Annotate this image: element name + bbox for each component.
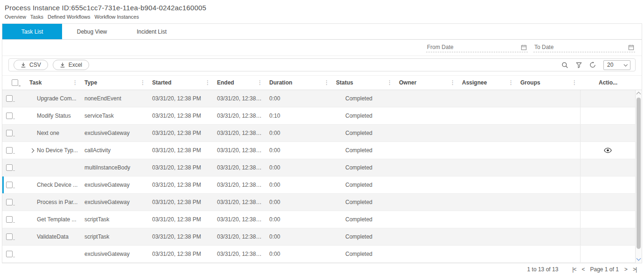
row-checkbox[interactable] [6,251,13,257]
column-header-duration: Duration ⋮ [266,76,332,90]
column-menu-icon[interactable]: ⋮ [572,79,577,86]
table-row[interactable]: Get Template ... scriptTask 03/31/20, 12… [2,211,635,228]
row-checkbox[interactable] [6,216,13,223]
column-header-label[interactable]: Assignee [462,79,487,86]
task-cell [26,253,81,256]
table-row[interactable]: Modify Status serviceTask 03/31/20, 12:3… [2,107,635,125]
from-date-placeholder: From Date [427,44,454,50]
column-menu-icon[interactable]: ⋮ [140,79,146,86]
scroll-down-icon[interactable] [637,256,641,261]
select-all-cell [2,76,26,90]
page-size-select[interactable]: 20 [603,60,630,70]
column-menu-icon[interactable]: ⋮ [450,79,455,86]
column-header-label[interactable]: Ended [217,79,234,86]
task-name: ValidateData [37,233,69,240]
ended-cell: 03/31/20, 12:38 PM [213,147,266,154]
column-menu-icon[interactable]: ⋮ [508,79,514,86]
column-header-label[interactable]: Duration [269,79,292,86]
started-cell: 03/31/20, 12:38 PM [148,233,213,240]
refresh-icon[interactable] [589,62,596,68]
scrollbar-thumb[interactable] [637,98,641,249]
checkbox-mark [13,219,15,223]
table-row[interactable]: multiInstanceBody 03/31/20, 12:38 PM 03/… [2,159,635,176]
type-cell: scriptTask [81,216,148,223]
started-cell: 03/31/20, 12:38 PM [148,113,213,119]
ended-cell: 03/31/20, 12:38 PM [213,199,266,205]
table-row[interactable]: Upgrade Com... noneEndEvent 03/31/20, 12… [2,90,635,107]
tab-incident-list[interactable]: Incident List [122,24,182,39]
nav-item-defined-workflows[interactable]: Defined Workflows [48,14,91,20]
started-cell: 03/31/20, 12:38 PM [148,95,213,102]
first-page-button[interactable]: |< [572,266,576,273]
select-all-checkbox[interactable] [12,79,18,86]
prev-page-button[interactable]: < [581,266,584,273]
nav-item-workflow-instances[interactable]: Workflow Instances [94,14,139,20]
table-row[interactable]: Check Device ... exclusiveGateway 03/31/… [2,176,635,194]
column-menu-icon[interactable]: ⋮ [387,79,392,86]
calendar-icon[interactable] [521,44,527,50]
excel-export-button[interactable]: Excel [53,60,89,70]
column-menu-icon[interactable]: ⋮ [257,79,263,86]
csv-export-button[interactable]: CSV [14,60,48,70]
last-page-button[interactable]: >| [633,266,637,273]
status-cell: Completed [332,147,395,154]
actions-cell [580,159,635,176]
column-header-label[interactable]: Task [29,79,42,86]
row-checkbox[interactable] [6,113,13,119]
expand-chevron-icon[interactable] [30,148,35,153]
ended-cell: 03/31/20, 12:38 PM [213,182,266,188]
excel-button-label: Excel [69,62,82,68]
download-icon [21,62,26,68]
column-header-label[interactable]: Type [84,79,97,86]
row-checkbox[interactable] [6,95,13,102]
ended-cell: 03/31/20, 12:38 PM [213,113,266,119]
column-header-label[interactable]: Started [152,79,171,86]
task-name: Upgrade Com... [37,95,77,102]
table-row[interactable]: Process in Par... exclusiveGateway 03/31… [2,194,635,211]
column-menu-icon[interactable]: ⋮ [324,79,329,86]
tab-debug-view[interactable]: Debug View [62,24,122,39]
tab-task-list[interactable]: Task List [2,24,62,39]
column-header-label[interactable]: Status [336,79,353,86]
table-row[interactable]: ValidateData scriptTask 03/31/20, 12:38 … [2,228,635,246]
to-date-input[interactable]: To Date [533,43,635,52]
status-cell: Completed [332,164,395,171]
view-details-eye-icon[interactable] [604,148,612,153]
row-checkbox[interactable] [6,130,13,136]
table-row[interactable]: exclusiveGateway 03/31/20, 12:38 PM 03/3… [2,246,635,263]
column-header-label[interactable]: Groups [520,79,540,86]
filter-funnel-icon[interactable] [576,62,582,68]
pager: |< < Page 1 of 1 > >| [572,266,637,273]
row-checkbox[interactable] [6,199,13,205]
table-row[interactable]: No Device Typ... callActivity 03/31/20, … [2,142,635,159]
ended-cell: 03/31/20, 12:38 PM [213,233,266,240]
nav-item-tasks[interactable]: Tasks [30,14,43,20]
scroll-up-icon[interactable] [637,92,641,97]
next-page-button[interactable]: > [624,266,627,273]
task-name: Check Device ... [37,182,77,188]
from-date-input[interactable]: From Date [426,43,528,52]
actions-cell [580,246,635,262]
column-header-label[interactable]: Actio... [599,79,617,86]
export-buttons: CSV Excel [14,60,89,70]
column-menu-icon[interactable]: ⋮ [72,79,78,86]
row-select-cell [2,164,26,171]
table-row[interactable]: Next one exclusiveGateway 03/31/20, 12:3… [2,125,635,142]
ended-cell: 03/31/20, 12:38 PM [213,251,266,257]
column-header-label[interactable]: Owner [399,79,416,86]
checkbox-mark [13,150,15,154]
row-checkbox[interactable] [6,147,13,154]
duration-cell: 0:00 [266,164,332,171]
nav-item-overview[interactable]: Overview [5,14,26,20]
vertical-scrollbar[interactable] [635,90,642,263]
table-header-row: Task ⋮ Type ⋮ Started ⋮ Ended ⋮ Duration… [2,75,642,90]
ended-cell: 03/31/20, 12:38 PM [213,95,266,102]
row-checkbox[interactable] [6,164,13,171]
column-menu-icon[interactable]: ⋮ [205,79,210,86]
row-checkbox[interactable] [6,233,13,240]
checkbox-mark [13,116,15,119]
row-checkbox[interactable] [6,182,13,188]
calendar-icon[interactable] [628,44,634,50]
search-icon[interactable] [561,62,568,69]
task-cell [26,166,81,169]
